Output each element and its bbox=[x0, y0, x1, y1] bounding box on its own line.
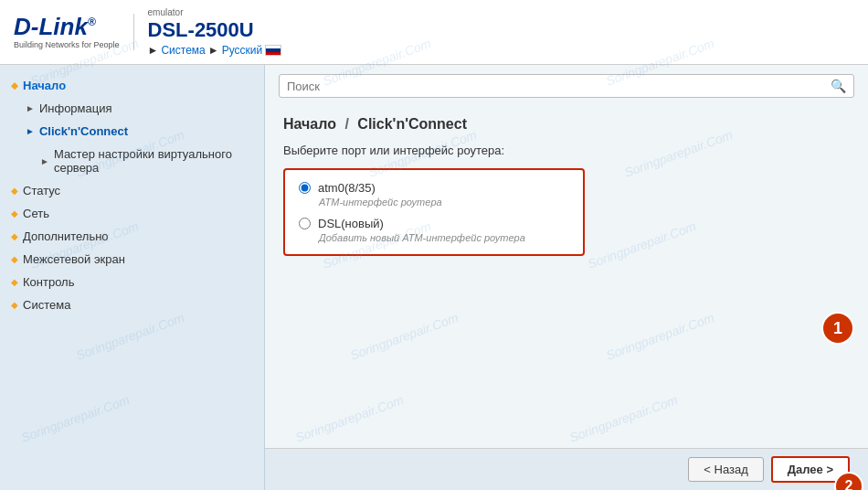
option-row-2: DSL(новый) Добавить новый ATM-интерфейс … bbox=[299, 217, 569, 243]
breadcrumb-lang[interactable]: Русский bbox=[222, 44, 263, 57]
option-name-1[interactable]: atm0(8/35) bbox=[318, 181, 376, 195]
options-box: atm0(8/35) ATM-интерфейс роутера DSL(нов… bbox=[283, 168, 585, 256]
sidebar-item-control[interactable]: ◆ Контроль bbox=[0, 271, 264, 293]
logo-subtitle: Building Networks for People bbox=[14, 40, 120, 49]
option-label-row-1: atm0(8/35) bbox=[299, 181, 569, 195]
back-button[interactable]: < Назад bbox=[688, 457, 763, 482]
sidebar-item-status[interactable]: ◆ Статус bbox=[0, 179, 264, 202]
header-right: emulator DSL-2500U ► Система ► Русский bbox=[148, 7, 282, 57]
option-radio-2[interactable] bbox=[299, 218, 311, 229]
search-bar: 🔍 bbox=[265, 65, 868, 107]
header: D-Link® Building Networks for People emu… bbox=[0, 0, 868, 65]
flag-icon bbox=[265, 45, 281, 56]
bullet-icon: ◆ bbox=[11, 254, 18, 264]
sidebar-label-clicknconnect: Click'n'Connect bbox=[39, 124, 128, 138]
option-name-2[interactable]: DSL(новый) bbox=[318, 217, 384, 230]
bullet-icon: ◆ bbox=[11, 231, 18, 241]
sidebar-item-firewall[interactable]: ◆ Межсетевой экран bbox=[0, 248, 264, 271]
bc-sep: / bbox=[344, 116, 348, 132]
option-radio-1[interactable] bbox=[299, 182, 311, 194]
content-area: ◆ Начало ► Информация ► Click'n'Connect … bbox=[0, 65, 868, 490]
bc-home[interactable]: Начало bbox=[283, 116, 336, 132]
option-desc-1: ATM-интерфейс роутера bbox=[299, 197, 569, 208]
option-label-row-2: DSL(новый) bbox=[299, 217, 569, 230]
sidebar-item-network[interactable]: ◆ Сеть bbox=[0, 202, 264, 225]
sidebar: ◆ Начало ► Информация ► Click'n'Connect … bbox=[0, 65, 265, 490]
sidebar-item-virtual-server[interactable]: ► Мастер настройки виртуального сервера bbox=[0, 143, 264, 179]
sidebar-label-advanced: Дополнительно bbox=[23, 229, 109, 243]
sidebar-label-network: Сеть bbox=[23, 207, 49, 220]
page-breadcrumb: Начало / Click'n'Connect bbox=[283, 116, 850, 133]
badge-2: 2 bbox=[834, 472, 863, 490]
bullet-icon: ◆ bbox=[11, 208, 18, 218]
option-row-1: atm0(8/35) ATM-интерфейс роутера bbox=[299, 181, 569, 208]
model-name: DSL-2500U bbox=[148, 19, 282, 41]
search-wrap: 🔍 bbox=[279, 74, 854, 98]
bc-current: Click'n'Connect bbox=[357, 116, 467, 132]
sidebar-label-control: Контроль bbox=[23, 275, 74, 289]
bullet-icon: ◆ bbox=[11, 80, 18, 91]
sidebar-item-system[interactable]: ◆ Система bbox=[0, 293, 264, 316]
emulator-tag: emulator bbox=[148, 7, 282, 17]
sidebar-item-advanced[interactable]: ◆ Дополнительно bbox=[0, 225, 264, 248]
main-panel: 🔍 Начало / Click'n'Connect Выберите порт… bbox=[265, 65, 868, 490]
page-instruction: Выберите порт или интерфейс роутера: bbox=[283, 144, 850, 157]
logo-text: D-Link® bbox=[14, 15, 120, 38]
breadcrumb-arrow1: ► bbox=[148, 44, 159, 57]
bullet-icon: ◆ bbox=[11, 277, 18, 287]
breadcrumb-sistema[interactable]: Система bbox=[161, 44, 205, 57]
badge-1: 1 bbox=[821, 312, 854, 345]
sidebar-item-home[interactable]: ◆ Начало bbox=[0, 74, 264, 97]
sidebar-item-clicknconnect[interactable]: ► Click'n'Connect bbox=[0, 120, 264, 143]
sidebar-label-firewall: Межсетевой экран bbox=[23, 252, 125, 266]
arrow-icon: ► bbox=[40, 156, 49, 166]
bottom-bar: < Назад Далее > 2 bbox=[265, 448, 868, 490]
sidebar-item-info[interactable]: ► Информация bbox=[0, 97, 264, 120]
search-icon: 🔍 bbox=[831, 79, 846, 93]
sidebar-label-info: Информация bbox=[39, 101, 112, 115]
nav-breadcrumb: ► Система ► Русский bbox=[148, 44, 282, 57]
header-divider bbox=[133, 14, 134, 50]
sidebar-label-virtual-server: Мастер настройки виртуального сервера bbox=[54, 147, 255, 175]
bullet-icon: ◆ bbox=[11, 300, 18, 310]
sidebar-label-system: Система bbox=[23, 298, 70, 312]
app-wrapper: D-Link® Building Networks for People emu… bbox=[0, 0, 868, 490]
arrow-icon: ► bbox=[26, 103, 35, 113]
arrow-icon: ► bbox=[26, 126, 35, 136]
search-input[interactable] bbox=[287, 80, 831, 93]
page-content: Начало / Click'n'Connect Выберите порт и… bbox=[265, 107, 868, 448]
sidebar-label-home: Начало bbox=[23, 79, 66, 92]
option-desc-2: Добавить новый ATM-интерфейс роутера bbox=[299, 232, 569, 243]
logo-area: D-Link® Building Networks for People bbox=[14, 15, 120, 49]
bullet-icon: ◆ bbox=[11, 186, 18, 196]
sidebar-label-status: Статус bbox=[23, 184, 60, 197]
breadcrumb-arrow2: ► bbox=[208, 44, 219, 57]
logo: D-Link® Building Networks for People bbox=[14, 15, 120, 49]
